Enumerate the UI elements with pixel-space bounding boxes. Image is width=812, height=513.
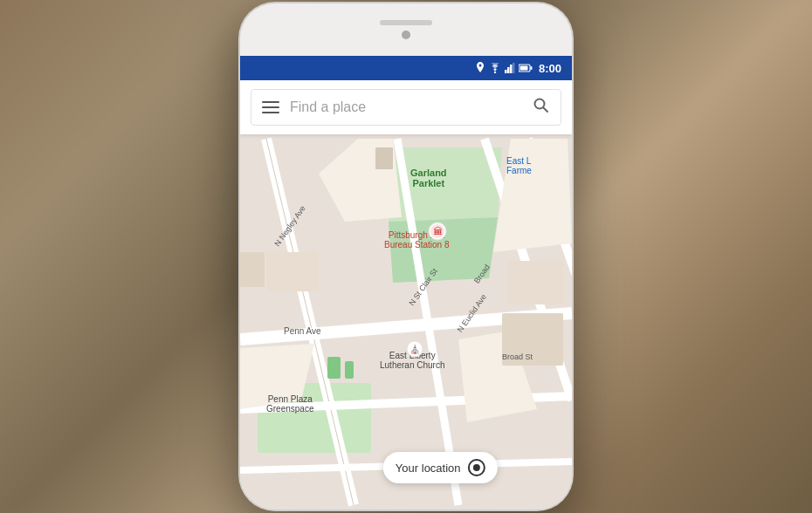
hamburger-menu-icon[interactable] bbox=[262, 101, 279, 113]
signal-status-icon bbox=[505, 63, 515, 73]
your-location-label: Your location bbox=[396, 462, 461, 475]
top-bezel bbox=[240, 3, 572, 56]
location-dot-icon bbox=[468, 459, 485, 476]
svg-rect-30 bbox=[502, 313, 563, 366]
status-time: 8:00 bbox=[539, 62, 561, 75]
svg-rect-6 bbox=[530, 66, 532, 70]
search-input[interactable]: Find a place bbox=[290, 99, 522, 115]
svg-rect-27 bbox=[240, 252, 265, 287]
svg-rect-2 bbox=[507, 67, 510, 73]
speaker-grille bbox=[380, 20, 432, 25]
svg-line-9 bbox=[544, 108, 548, 113]
svg-rect-4 bbox=[513, 63, 515, 73]
wifi-status-icon bbox=[489, 63, 501, 73]
svg-text:⛪: ⛪ bbox=[409, 344, 421, 355]
battery-status-icon bbox=[519, 64, 533, 72]
your-location-tooltip[interactable]: Your location bbox=[383, 452, 498, 483]
phone-device: 8:00 Find a place bbox=[240, 3, 572, 510]
map-area[interactable]: N Negley Ave Penn Ave N St Clair St Broa… bbox=[240, 134, 572, 510]
svg-rect-3 bbox=[510, 65, 513, 73]
status-bar: 8:00 bbox=[240, 56, 572, 80]
svg-rect-31 bbox=[327, 357, 341, 379]
svg-rect-28 bbox=[375, 147, 393, 169]
fire-station-pin[interactable]: 🏛 bbox=[428, 222, 447, 244]
location-status-icon bbox=[475, 62, 485, 74]
svg-text:🏛: 🏛 bbox=[433, 226, 443, 236]
search-icon[interactable] bbox=[533, 97, 550, 118]
svg-rect-32 bbox=[345, 361, 354, 379]
church-pin[interactable]: ⛪ bbox=[406, 340, 423, 361]
svg-rect-26 bbox=[266, 252, 319, 291]
status-icons bbox=[475, 62, 533, 74]
search-bar[interactable]: Find a place bbox=[251, 89, 561, 126]
svg-rect-29 bbox=[506, 261, 563, 304]
svg-rect-7 bbox=[520, 66, 527, 71]
front-camera bbox=[402, 31, 410, 39]
svg-rect-1 bbox=[505, 70, 507, 73]
svg-point-0 bbox=[494, 72, 496, 73]
camera-area bbox=[402, 31, 410, 39]
search-bar-container: Find a place bbox=[240, 80, 572, 134]
